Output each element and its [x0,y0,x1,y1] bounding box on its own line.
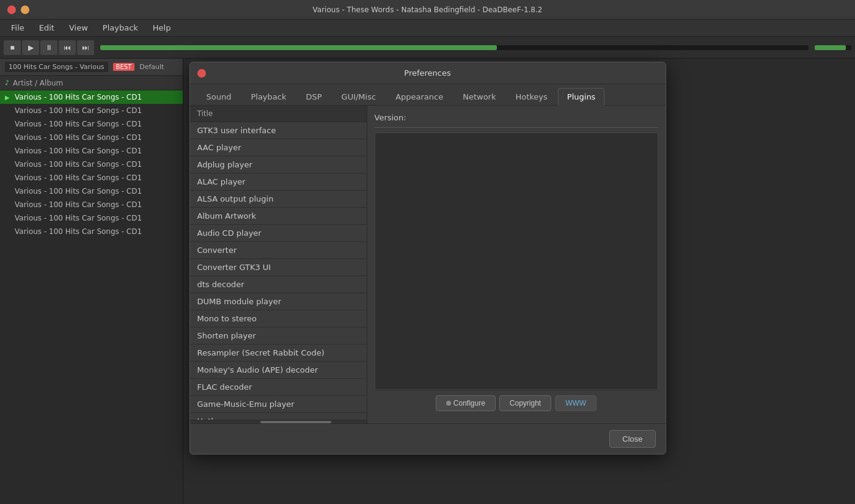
plugin-item[interactable]: Converter GTK3 UI [190,259,367,276]
dialog-titlebar: Preferences [190,62,666,84]
plugin-list-header: Title [190,106,367,122]
window-title: Various - These Words - Natasha Bedingfi… [313,5,543,14]
window-controls [7,5,29,14]
tab-appearance[interactable]: Appearance [386,88,452,105]
www-button[interactable]: WWW [555,395,596,411]
version-label: Version: [375,113,406,122]
tab-sound[interactable]: Sound [197,88,241,105]
scroll-thumb [260,421,331,423]
plugin-item[interactable]: Resampler (Secret Rabbit Code) [190,345,367,362]
plugin-item[interactable]: Converter [190,242,367,259]
main-area: 100 Hits Car Songs - Various BEST Defaul… [0,59,855,504]
menu-edit[interactable]: Edit [33,21,61,35]
minimize-window-button[interactable] [21,5,29,14]
menu-playback[interactable]: Playback [97,21,144,35]
copyright-button[interactable]: Copyright [499,395,551,411]
close-button[interactable]: Close [609,430,655,448]
configure-button[interactable]: Configure [436,395,496,411]
progress-bar[interactable] [100,45,809,50]
plugin-detail-panel: Version: Configure Copyright [367,106,666,423]
menu-view[interactable]: View [63,21,94,35]
toolbar: ■ ▶ ⏸ ⏮ ⏭ [0,37,855,59]
plugin-item[interactable]: ALAC player [190,173,367,191]
tab-playback[interactable]: Playback [241,88,295,105]
tabs-bar: Sound Playback DSP GUI/Misc Appearance N… [190,84,666,106]
dialog-footer: Close [190,423,666,454]
tab-gui-misc[interactable]: GUI/Misc [332,88,386,105]
plugin-item[interactable]: Shorten player [190,327,367,345]
plugin-item[interactable]: Hotkey manager [190,413,367,420]
titlebar: Various - These Words - Natasha Bedingfi… [0,0,855,20]
plugin-item[interactable]: FLAC decoder [190,379,367,396]
dialog-overlay: Preferences Sound Playback DSP GUI/Misc … [0,59,855,504]
plugin-list: GTK3 user interface AAC player Adplug pl… [190,122,367,420]
dialog-close-icon[interactable] [197,69,206,78]
tab-hotkeys[interactable]: Hotkeys [506,88,556,105]
play-button[interactable]: ▶ [22,40,39,55]
stop-button[interactable]: ■ [4,40,21,55]
plugin-item[interactable]: AAC player [190,139,367,156]
plugin-action-buttons: Configure Copyright WWW [375,390,658,416]
tab-dsp[interactable]: DSP [296,88,331,105]
configure-dot-icon [446,401,451,406]
volume-bar[interactable] [815,45,851,50]
plugin-item[interactable]: Mono to stereo [190,310,367,327]
dialog-title: Preferences [404,68,450,78]
dialog-content: Title GTK3 user interface AAC player Adp… [190,106,666,423]
prev-button[interactable]: ⏮ [59,40,76,55]
plugin-item[interactable]: Game-Music-Emu player [190,396,367,413]
next-button[interactable]: ⏭ [77,40,94,55]
plugin-item[interactable]: dts decoder [190,276,367,293]
plugin-list-panel: Title GTK3 user interface AAC player Adp… [190,106,367,423]
menu-help[interactable]: Help [147,21,177,35]
plugin-detail-content [375,133,658,390]
preferences-dialog: Preferences Sound Playback DSP GUI/Misc … [189,62,666,455]
version-row: Version: [375,113,658,128]
progress-bar-fill [100,45,497,50]
scroll-indicator [190,420,367,423]
tab-plugins[interactable]: Plugins [558,88,605,106]
tab-network[interactable]: Network [453,88,505,105]
plugin-item[interactable]: ALSA output plugin [190,191,367,208]
plugin-item[interactable]: GTK3 user interface [190,122,367,139]
plugin-item[interactable]: Album Artwork [190,208,367,225]
volume-bar-fill [815,45,846,50]
plugin-item[interactable]: DUMB module player [190,293,367,310]
plugin-item[interactable]: Monkey's Audio (APE) decoder [190,362,367,379]
menu-file[interactable]: File [5,21,31,35]
menubar: File Edit View Playback Help [0,20,855,37]
plugin-item[interactable]: Adplug player [190,156,367,173]
plugin-item[interactable]: Audio CD player [190,225,367,242]
close-window-button[interactable] [7,5,16,14]
pause-button[interactable]: ⏸ [40,40,57,55]
